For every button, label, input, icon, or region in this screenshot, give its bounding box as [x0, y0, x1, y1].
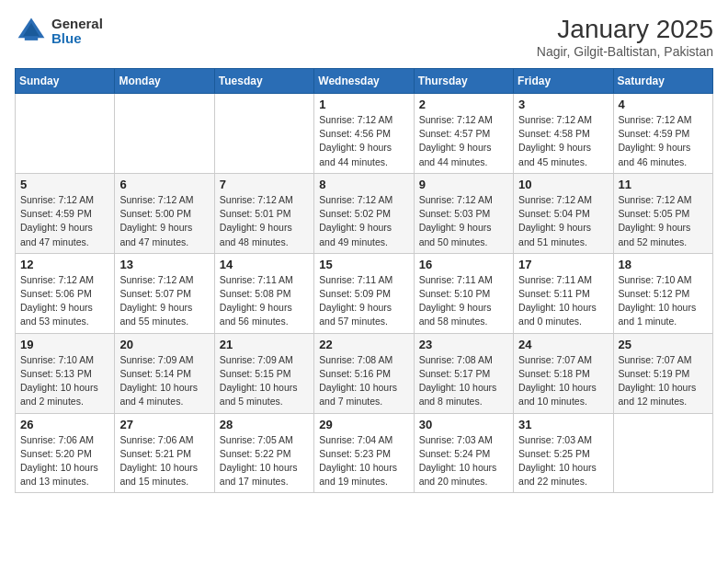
day-info: Sunrise: 7:11 AMSunset: 5:11 PMDaylight:…: [518, 273, 608, 329]
day-info: Sunrise: 7:12 AMSunset: 5:07 PMDaylight:…: [119, 273, 209, 329]
col-saturday: Saturday: [613, 69, 712, 94]
table-cell: 18Sunrise: 7:10 AMSunset: 5:12 PMDayligh…: [613, 253, 712, 333]
table-cell: [613, 413, 712, 493]
table-cell: 30Sunrise: 7:03 AMSunset: 5:24 PMDayligh…: [414, 413, 513, 493]
table-cell: 6Sunrise: 7:12 AMSunset: 5:00 PMDaylight…: [115, 173, 214, 253]
day-info: Sunrise: 7:09 AMSunset: 5:14 PMDaylight:…: [119, 353, 209, 409]
day-number: 30: [419, 418, 508, 431]
table-cell: 20Sunrise: 7:09 AMSunset: 5:14 PMDayligh…: [115, 333, 214, 413]
table-cell: 12Sunrise: 7:12 AMSunset: 5:06 PMDayligh…: [16, 253, 115, 333]
main-title: January 2025: [537, 15, 713, 44]
table-cell: 25Sunrise: 7:07 AMSunset: 5:19 PMDayligh…: [613, 333, 712, 413]
week-row-5: 26Sunrise: 7:06 AMSunset: 5:20 PMDayligh…: [16, 413, 713, 493]
day-number: 13: [119, 258, 209, 271]
week-row-1: 1Sunrise: 7:12 AMSunset: 4:56 PMDaylight…: [16, 94, 713, 174]
table-cell: 10Sunrise: 7:12 AMSunset: 5:04 PMDayligh…: [514, 173, 613, 253]
day-info: Sunrise: 7:08 AMSunset: 5:17 PMDaylight:…: [419, 353, 508, 409]
day-number: 29: [319, 418, 408, 431]
table-cell: 16Sunrise: 7:11 AMSunset: 5:10 PMDayligh…: [414, 253, 513, 333]
table-cell: 8Sunrise: 7:12 AMSunset: 5:02 PMDaylight…: [314, 173, 414, 253]
day-info: Sunrise: 7:03 AMSunset: 5:25 PMDaylight:…: [518, 433, 608, 489]
subtitle: Nagir, Gilgit-Baltistan, Pakistan: [537, 44, 713, 59]
day-info: Sunrise: 7:12 AMSunset: 5:02 PMDaylight:…: [319, 193, 408, 249]
day-number: 17: [518, 258, 608, 271]
table-cell: 7Sunrise: 7:12 AMSunset: 5:01 PMDaylight…: [214, 173, 313, 253]
table-cell: 11Sunrise: 7:12 AMSunset: 5:05 PMDayligh…: [613, 173, 712, 253]
day-info: Sunrise: 7:12 AMSunset: 5:01 PMDaylight:…: [220, 193, 309, 249]
day-info: Sunrise: 7:09 AMSunset: 5:15 PMDaylight:…: [220, 353, 309, 409]
day-info: Sunrise: 7:08 AMSunset: 5:16 PMDaylight:…: [319, 353, 408, 409]
calendar-header-row: Sunday Monday Tuesday Wednesday Thursday…: [16, 69, 713, 94]
day-number: 14: [220, 258, 309, 271]
day-number: 5: [20, 178, 109, 191]
logo: General Blue: [15, 15, 103, 48]
day-info: Sunrise: 7:12 AMSunset: 5:05 PMDaylight:…: [619, 193, 708, 249]
day-info: Sunrise: 7:06 AMSunset: 5:20 PMDaylight:…: [20, 433, 109, 489]
calendar: Sunday Monday Tuesday Wednesday Thursday…: [15, 68, 713, 493]
day-number: 23: [419, 338, 508, 351]
logo-icon: [15, 15, 48, 48]
table-cell: 5Sunrise: 7:12 AMSunset: 4:59 PMDaylight…: [16, 173, 115, 253]
day-number: 27: [119, 418, 209, 431]
day-number: 19: [20, 338, 109, 351]
day-number: 21: [220, 338, 309, 351]
table-cell: 15Sunrise: 7:11 AMSunset: 5:09 PMDayligh…: [314, 253, 414, 333]
day-info: Sunrise: 7:03 AMSunset: 5:24 PMDaylight:…: [419, 433, 508, 489]
day-number: 24: [518, 338, 608, 351]
day-info: Sunrise: 7:12 AMSunset: 5:00 PMDaylight:…: [119, 193, 209, 249]
week-row-4: 19Sunrise: 7:10 AMSunset: 5:13 PMDayligh…: [16, 333, 713, 413]
page-header: General Blue January 2025 Nagir, Gilgit-…: [15, 15, 713, 59]
table-cell: [16, 94, 115, 174]
logo-text: General Blue: [51, 17, 103, 47]
day-number: 2: [419, 98, 508, 111]
table-cell: 26Sunrise: 7:06 AMSunset: 5:20 PMDayligh…: [16, 413, 115, 493]
table-cell: [214, 94, 313, 174]
table-cell: [115, 94, 214, 174]
day-number: 10: [518, 178, 608, 191]
day-number: 11: [619, 178, 708, 191]
table-cell: 29Sunrise: 7:04 AMSunset: 5:23 PMDayligh…: [314, 413, 414, 493]
day-number: 4: [619, 98, 708, 111]
table-cell: 14Sunrise: 7:11 AMSunset: 5:08 PMDayligh…: [214, 253, 313, 333]
day-number: 22: [319, 338, 408, 351]
day-info: Sunrise: 7:12 AMSunset: 4:59 PMDaylight:…: [20, 193, 109, 249]
day-number: 6: [119, 178, 209, 191]
table-cell: 4Sunrise: 7:12 AMSunset: 4:59 PMDaylight…: [613, 94, 712, 174]
day-info: Sunrise: 7:06 AMSunset: 5:21 PMDaylight:…: [119, 433, 209, 489]
day-info: Sunrise: 7:12 AMSunset: 4:57 PMDaylight:…: [419, 113, 508, 169]
day-info: Sunrise: 7:12 AMSunset: 5:06 PMDaylight:…: [20, 273, 109, 329]
day-number: 1: [319, 98, 408, 111]
week-row-2: 5Sunrise: 7:12 AMSunset: 4:59 PMDaylight…: [16, 173, 713, 253]
day-info: Sunrise: 7:07 AMSunset: 5:18 PMDaylight:…: [518, 353, 608, 409]
day-info: Sunrise: 7:12 AMSunset: 4:58 PMDaylight:…: [518, 113, 608, 169]
table-cell: 23Sunrise: 7:08 AMSunset: 5:17 PMDayligh…: [414, 333, 513, 413]
table-cell: 21Sunrise: 7:09 AMSunset: 5:15 PMDayligh…: [214, 333, 313, 413]
day-info: Sunrise: 7:05 AMSunset: 5:22 PMDaylight:…: [220, 433, 309, 489]
day-info: Sunrise: 7:12 AMSunset: 4:56 PMDaylight:…: [319, 113, 408, 169]
day-number: 28: [220, 418, 309, 431]
table-cell: 3Sunrise: 7:12 AMSunset: 4:58 PMDaylight…: [514, 94, 613, 174]
col-monday: Monday: [115, 69, 214, 94]
title-block: January 2025 Nagir, Gilgit-Baltistan, Pa…: [537, 15, 713, 59]
table-cell: 22Sunrise: 7:08 AMSunset: 5:16 PMDayligh…: [314, 333, 414, 413]
day-info: Sunrise: 7:10 AMSunset: 5:12 PMDaylight:…: [619, 273, 708, 329]
day-number: 12: [20, 258, 109, 271]
table-cell: 27Sunrise: 7:06 AMSunset: 5:21 PMDayligh…: [115, 413, 214, 493]
day-info: Sunrise: 7:04 AMSunset: 5:23 PMDaylight:…: [319, 433, 408, 489]
week-row-3: 12Sunrise: 7:12 AMSunset: 5:06 PMDayligh…: [16, 253, 713, 333]
day-number: 9: [419, 178, 508, 191]
col-wednesday: Wednesday: [314, 69, 414, 94]
day-info: Sunrise: 7:12 AMSunset: 5:03 PMDaylight:…: [419, 193, 508, 249]
day-number: 31: [518, 418, 608, 431]
day-number: 16: [419, 258, 508, 271]
logo-blue: Blue: [51, 31, 103, 47]
day-info: Sunrise: 7:07 AMSunset: 5:19 PMDaylight:…: [619, 353, 708, 409]
table-cell: 9Sunrise: 7:12 AMSunset: 5:03 PMDaylight…: [414, 173, 513, 253]
day-number: 25: [619, 338, 708, 351]
logo-general: General: [51, 17, 103, 32]
day-number: 8: [319, 178, 408, 191]
table-cell: 2Sunrise: 7:12 AMSunset: 4:57 PMDaylight…: [414, 94, 513, 174]
table-cell: 24Sunrise: 7:07 AMSunset: 5:18 PMDayligh…: [514, 333, 613, 413]
day-info: Sunrise: 7:12 AMSunset: 5:04 PMDaylight:…: [518, 193, 608, 249]
day-info: Sunrise: 7:10 AMSunset: 5:13 PMDaylight:…: [20, 353, 109, 409]
